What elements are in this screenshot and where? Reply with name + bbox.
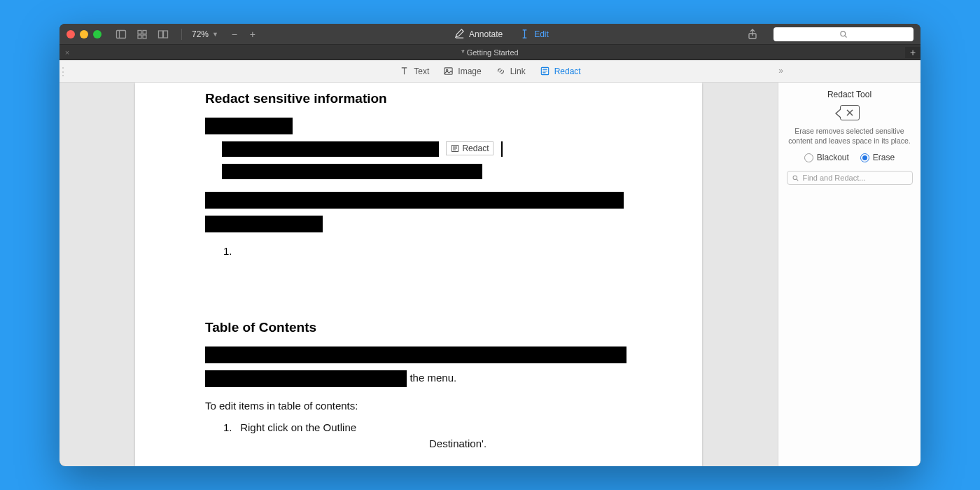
redaction-block[interactable] bbox=[205, 118, 293, 134]
text-tool[interactable]: Text bbox=[399, 66, 429, 76]
zoom-in-button[interactable]: + bbox=[246, 29, 259, 40]
zoom-value: 72% bbox=[192, 29, 209, 39]
edit-mode-button[interactable]: Edit bbox=[514, 27, 554, 41]
svg-point-9 bbox=[841, 31, 846, 36]
radio-dot-icon bbox=[860, 153, 869, 162]
svg-rect-6 bbox=[159, 31, 163, 38]
find-placeholder: Find and Redact... bbox=[803, 174, 866, 182]
svg-rect-0 bbox=[117, 30, 126, 38]
svg-point-23 bbox=[793, 176, 797, 180]
svg-line-24 bbox=[797, 179, 798, 181]
redact-icon bbox=[540, 66, 550, 76]
edit-label: Edit bbox=[534, 29, 549, 39]
redaction-block[interactable] bbox=[205, 192, 624, 209]
annotate-mode-button[interactable]: Annotate bbox=[449, 27, 508, 41]
svg-rect-4 bbox=[138, 35, 141, 38]
body-text: To edit items in table of contents: bbox=[205, 400, 632, 412]
redaction-block[interactable] bbox=[205, 216, 323, 232]
sidebar-description: Erase removes selected sensitive content… bbox=[785, 126, 913, 146]
redaction-block[interactable] bbox=[205, 370, 407, 387]
close-window-button[interactable] bbox=[66, 30, 75, 38]
thumbnails-toggle-icon[interactable] bbox=[134, 27, 150, 42]
page: Redact sensitive information Redact 1. bbox=[135, 83, 702, 466]
image-icon bbox=[443, 66, 454, 76]
sidebar-title: Redact Tool bbox=[827, 90, 872, 99]
body-text: the menu. bbox=[410, 372, 456, 384]
section-heading-toc: Table of Contents bbox=[205, 320, 632, 335]
svg-rect-3 bbox=[143, 30, 146, 34]
list-number: 1. bbox=[223, 245, 237, 257]
erase-icon bbox=[840, 105, 860, 120]
svg-rect-5 bbox=[143, 35, 146, 38]
redact-popover-label: Redact bbox=[462, 144, 489, 153]
redact-mode-radio-group: Blackout Erase bbox=[804, 153, 895, 162]
svg-line-10 bbox=[845, 36, 846, 37]
document-viewport[interactable]: Redact sensitive information Redact 1. bbox=[59, 83, 778, 466]
edit-toolbar: ⋮ Text Image Link Redact » bbox=[59, 60, 920, 83]
tab-strip: × * Getting Started + bbox=[59, 45, 920, 60]
redaction-block[interactable] bbox=[222, 164, 482, 179]
tab-title[interactable]: * Getting Started bbox=[75, 48, 905, 57]
image-tool[interactable]: Image bbox=[443, 66, 481, 76]
window-controls bbox=[66, 30, 102, 38]
body-text: Destination'. bbox=[429, 438, 632, 449]
separator bbox=[181, 29, 182, 40]
link-tool-label: Link bbox=[510, 66, 526, 76]
share-icon bbox=[747, 29, 758, 40]
zoom-level-dropdown[interactable]: 72% ▼ bbox=[192, 29, 218, 39]
annotate-label: Annotate bbox=[469, 29, 503, 39]
svg-rect-7 bbox=[164, 31, 168, 38]
zoom-out-button[interactable]: − bbox=[228, 29, 241, 40]
list-number: 1. bbox=[223, 421, 237, 433]
blackout-label: Blackout bbox=[817, 153, 849, 162]
redaction-block[interactable] bbox=[222, 141, 439, 157]
find-and-redact-input[interactable]: Find and Redact... bbox=[787, 171, 913, 185]
search-input[interactable] bbox=[774, 27, 913, 41]
main-area: Redact sensitive information Redact 1. bbox=[59, 83, 920, 466]
redact-popover[interactable]: Redact bbox=[446, 141, 493, 155]
blackout-radio[interactable]: Blackout bbox=[804, 153, 849, 162]
section-heading-redact: Redact sensitive information bbox=[205, 91, 632, 106]
text-tool-label: Text bbox=[414, 66, 429, 76]
list-item-text: Right click on the Outline bbox=[240, 421, 356, 433]
svg-rect-2 bbox=[138, 30, 141, 34]
redact-tool-label: Redact bbox=[554, 66, 581, 76]
erase-label: Erase bbox=[873, 153, 895, 162]
redaction-block[interactable] bbox=[205, 346, 626, 363]
redact-tool[interactable]: Redact bbox=[540, 66, 581, 76]
text-cursor bbox=[501, 141, 503, 157]
new-tab-button[interactable]: + bbox=[905, 47, 920, 58]
share-button[interactable] bbox=[744, 27, 761, 42]
erase-radio[interactable]: Erase bbox=[860, 153, 895, 162]
toolbar-grip-icon[interactable]: ⋮ bbox=[59, 60, 66, 83]
link-icon bbox=[496, 66, 506, 76]
redact-popover-icon bbox=[451, 144, 459, 153]
radio-dot-icon bbox=[804, 153, 813, 162]
sidebar-toggle-icon[interactable] bbox=[113, 27, 130, 42]
redact-sidebar: Redact Tool Erase removes selected sensi… bbox=[778, 83, 920, 466]
titlebar: 72% ▼ − + Annotate Edit bbox=[59, 24, 920, 45]
search-icon bbox=[839, 30, 848, 38]
minimize-window-button[interactable] bbox=[80, 30, 88, 38]
link-tool[interactable]: Link bbox=[496, 66, 526, 76]
search-icon bbox=[792, 174, 799, 182]
chevron-down-icon: ▼ bbox=[212, 31, 218, 38]
pen-icon bbox=[454, 29, 465, 39]
collapse-sidebar-button[interactable]: » bbox=[778, 66, 783, 76]
view-mode-group bbox=[113, 27, 172, 42]
text-icon bbox=[399, 66, 410, 76]
text-cursor-icon bbox=[519, 29, 530, 39]
two-page-toggle-icon[interactable] bbox=[155, 27, 172, 42]
close-tab-button[interactable]: × bbox=[59, 48, 75, 57]
fullscreen-window-button[interactable] bbox=[93, 30, 102, 38]
app-window: 72% ▼ − + Annotate Edit × * Getting Star… bbox=[59, 24, 920, 466]
image-tool-label: Image bbox=[458, 66, 481, 76]
